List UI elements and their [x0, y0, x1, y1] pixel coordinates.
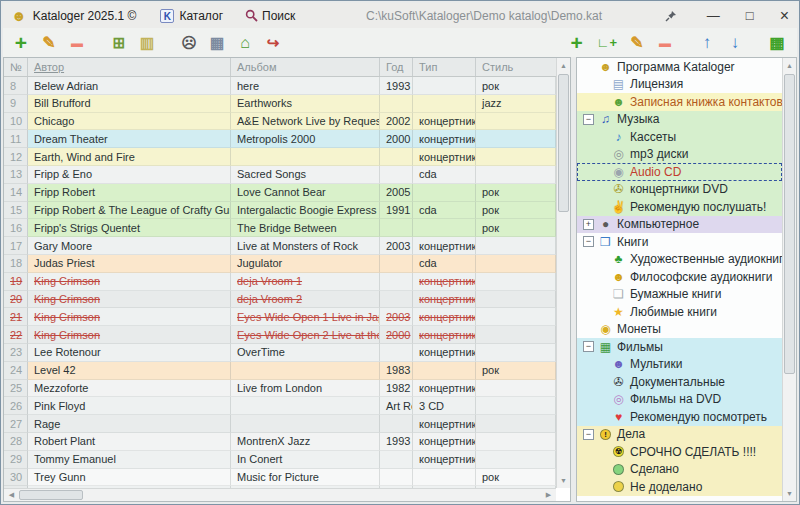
tree-item[interactable]: ☢СРОЧНО СДЕЛАТЬ !!!!: [577, 443, 782, 461]
table-row[interactable]: 21King CrimsonEyes Wide Open 1 Live in J…: [4, 308, 556, 326]
table-row[interactable]: 13Fripp & EnoSacred Songscda: [4, 166, 556, 184]
pin-icon[interactable]: [665, 10, 677, 22]
close-button[interactable]: ×: [780, 9, 789, 22]
tree-edit-icon[interactable]: ✎: [629, 33, 645, 53]
tree-vscroll-thumb[interactable]: [784, 74, 795, 374]
table-row[interactable]: 28Robert PlantMontrenX Jazz1993концертни…: [4, 433, 556, 451]
scroll-down-icon[interactable]: ▼: [783, 487, 796, 500]
table-row[interactable]: 27Rageконцертник: [4, 415, 556, 433]
add-record-icon[interactable]: +: [13, 33, 29, 53]
tree-item[interactable]: ☻Программа Kataloger: [577, 58, 782, 76]
column-header[interactable]: Автор: [28, 58, 231, 76]
table-row[interactable]: 24Level 421983рок: [4, 362, 556, 380]
row-number: 27: [4, 415, 28, 433]
collapse-icon[interactable]: −: [583, 236, 594, 247]
maximize-button[interactable]: □: [746, 9, 754, 22]
tree-item-label: концертники DVD: [630, 182, 728, 196]
tree-item[interactable]: ☻Мультики: [577, 356, 782, 374]
tree-add-icon[interactable]: +: [569, 33, 585, 53]
table-row[interactable]: 20King Crimsondeja Vroom 2концертник: [4, 291, 556, 309]
table-row[interactable]: 8Belew Adrianhere1993рок: [4, 77, 556, 95]
collapse-icon[interactable]: −: [583, 341, 594, 352]
table-hscrollbar[interactable]: ◀ ▶: [4, 488, 556, 501]
table-row[interactable]: 26Pink FloydArt Rock3 CD: [4, 397, 556, 415]
table-row[interactable]: 22King CrimsonEyes Wide Open 2 Live at t…: [4, 326, 556, 344]
edit-record-icon[interactable]: ✎: [41, 33, 57, 53]
column-header[interactable]: Стиль: [476, 58, 556, 76]
minimize-button[interactable]: —: [707, 9, 720, 22]
tree-item[interactable]: ♥Рекомендую посмотреть: [577, 408, 782, 426]
expand-icon[interactable]: +: [583, 219, 594, 230]
table-row[interactable]: 10ChicagoA&E Network Live by Request2002…: [4, 113, 556, 131]
tree-item[interactable]: ☻Философские аудиокниги: [577, 268, 782, 286]
tree-add-child-icon[interactable]: ∟+: [597, 33, 617, 53]
columns-icon[interactable]: ▥: [139, 33, 155, 53]
move-down-icon[interactable]: ↓: [727, 33, 743, 53]
tree-item[interactable]: ♪Кассеты: [577, 128, 782, 146]
table-row[interactable]: 12Earth, Wind and Fireконцертник: [4, 148, 556, 166]
column-header[interactable]: Год: [380, 58, 413, 76]
column-header[interactable]: №: [4, 58, 28, 76]
column-header[interactable]: Тип: [413, 58, 476, 76]
table-row[interactable]: 19King Crimsondeja Vroom 1концертник: [4, 273, 556, 291]
table-vscrollbar[interactable]: ▲ ▼: [556, 58, 570, 488]
tree-table-icon[interactable]: ▦: [769, 33, 785, 53]
grid-icon[interactable]: ▦: [209, 33, 225, 53]
insert-cell-icon[interactable]: ⊞: [111, 33, 127, 53]
year-cell: [380, 291, 413, 309]
table-row[interactable]: 9Bill BruffordEarthworksjazz: [4, 95, 556, 113]
tree-vscrollbar[interactable]: ▲ ▼: [782, 58, 796, 501]
tree-item[interactable]: −❒Книги: [577, 233, 782, 251]
table-row[interactable]: 14Fripp RobertLove Cannot Bear2005рок: [4, 184, 556, 202]
table-row[interactable]: 25MezzoforteLive from London1982концертн…: [4, 380, 556, 398]
scroll-down-icon[interactable]: ▼: [557, 474, 570, 487]
table-row[interactable]: 30Trey GunnMusic for Pictureрок: [4, 469, 556, 487]
tree-delete-icon[interactable]: ▬: [657, 33, 673, 53]
author-cell: King Crimson: [28, 273, 231, 291]
column-header[interactable]: Альбом: [231, 58, 380, 76]
delete-record-icon[interactable]: ▬: [69, 33, 85, 53]
collapse-icon[interactable]: −: [583, 114, 594, 125]
table-row[interactable]: 18Judas PriestJugulatorcda: [4, 255, 556, 273]
collapse-icon[interactable]: −: [583, 429, 594, 440]
tree-item[interactable]: ☻Записная книжка контактов: [577, 93, 782, 111]
tree-item[interactable]: ❏Бумажные книги: [577, 286, 782, 304]
tree-item[interactable]: ✌Рекомендую послушать!: [577, 198, 782, 216]
tree-item[interactable]: ♣Художественные аудиокниги: [577, 251, 782, 269]
smiley-face-icon[interactable]: ☹: [181, 33, 197, 53]
tree-item[interactable]: ★Любимые книги: [577, 303, 782, 321]
tree-item[interactable]: −♫Музыка: [577, 111, 782, 129]
tree-item[interactable]: +●Компьютерное: [577, 216, 782, 234]
tree-item[interactable]: ◎mp3 диски: [577, 146, 782, 164]
tree-item[interactable]: ◉Audio CD: [577, 163, 782, 181]
menu-search[interactable]: Поиск: [245, 9, 295, 23]
tree-item[interactable]: Не доделано: [577, 478, 782, 496]
table-row[interactable]: 29Tommy EmanuelIn Conertконцертник: [4, 451, 556, 469]
tree-item[interactable]: Сделано: [577, 461, 782, 479]
tree-item[interactable]: −▦Фильмы: [577, 338, 782, 356]
scroll-up-icon[interactable]: ▲: [557, 59, 570, 72]
table-row[interactable]: 11Dream TheaterMetropolis 20002000концер…: [4, 130, 556, 148]
hscroll-thumb[interactable]: [19, 490, 83, 500]
tree-item[interactable]: ◎Фильмы на DVD: [577, 391, 782, 409]
exit-arrow-icon[interactable]: ↪: [265, 33, 281, 53]
scroll-right-icon[interactable]: ▶: [542, 489, 555, 501]
table-row[interactable]: 23Lee RotenourOverTimeконцертник: [4, 344, 556, 362]
home-icon[interactable]: ⌂: [237, 33, 253, 53]
tree-item[interactable]: −!Дела: [577, 426, 782, 444]
row-number: 16: [4, 219, 28, 237]
move-up-icon[interactable]: ↑: [699, 33, 715, 53]
tree-item[interactable]: ✇концертники DVD: [577, 181, 782, 199]
table-row[interactable]: 17Gary MooreLive at Monsters of Rock2003…: [4, 237, 556, 255]
style-cell: [476, 380, 556, 398]
scroll-left-icon[interactable]: ◀: [5, 489, 18, 501]
table-row[interactable]: 15Fripp Robert & The League of Crafty Gu…: [4, 202, 556, 220]
table-row[interactable]: 16Fripp's Strigs QuentetThe Bridge Betwe…: [4, 219, 556, 237]
scroll-up-icon[interactable]: ▲: [783, 59, 796, 72]
tree-item[interactable]: ✇Документальные: [577, 373, 782, 391]
menu-catalog[interactable]: K Каталог: [160, 9, 223, 23]
vscroll-thumb[interactable]: [558, 74, 569, 212]
album-cell: Eyes Wide Open 2 Live at the: [231, 326, 380, 344]
tree-item[interactable]: ◉Монеты: [577, 321, 782, 339]
tree-item[interactable]: ▤Лицензия: [577, 76, 782, 94]
